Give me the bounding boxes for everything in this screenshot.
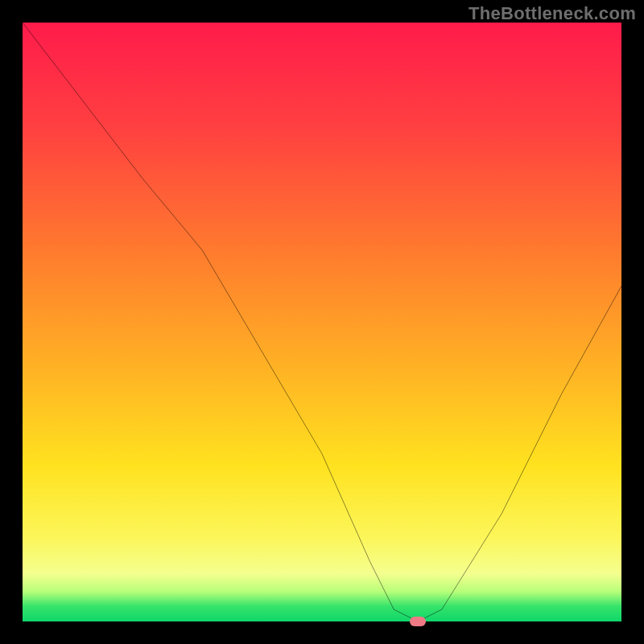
plot-area: [23, 23, 621, 621]
optimal-point-marker: [410, 617, 426, 626]
chart-frame: TheBottleneck.com: [0, 0, 644, 644]
bottleneck-curve: [23, 23, 621, 621]
watermark-text: TheBottleneck.com: [469, 3, 636, 24]
curve-path: [23, 23, 621, 621]
